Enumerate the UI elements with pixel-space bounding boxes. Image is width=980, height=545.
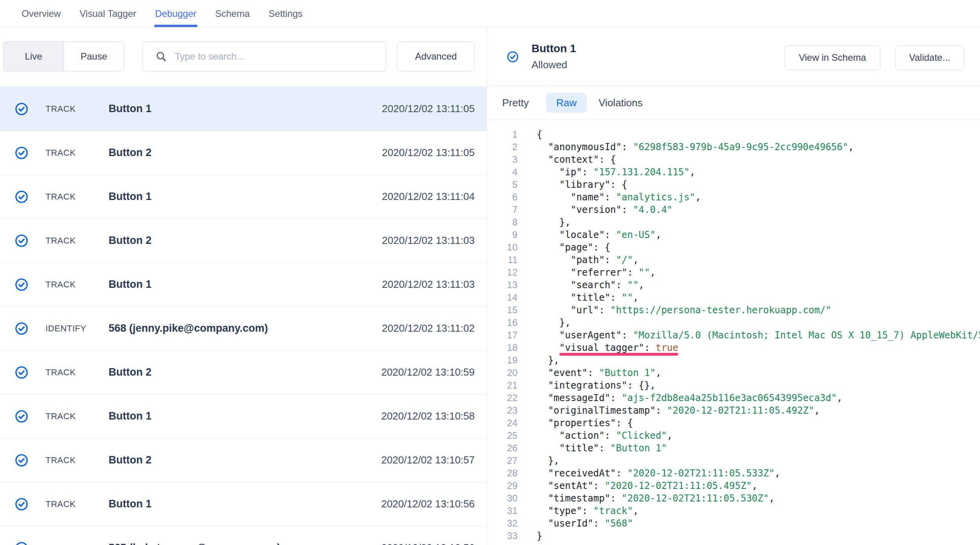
event-type-label: TRACK	[45, 131, 76, 174]
event-name: Button 1	[109, 394, 151, 438]
event-timestamp: 2020/12/02 13:11:04	[382, 175, 475, 218]
event-row[interactable]: TRACKButton 22020/12/02 13:11:05	[0, 131, 486, 175]
code-text: "userId": "568"	[537, 517, 633, 530]
nav-tab-settings[interactable]: Settings	[269, 0, 303, 27]
code-text: "userAgent": "Mozilla/5.0 (Macintosh; In…	[537, 329, 980, 342]
top-nav: OverviewVisual TaggerDebuggerSchemaSetti…	[0, 0, 980, 27]
code-line: 7 "version": "4.0.4"	[487, 203, 980, 216]
code-line: 3 "context": {	[487, 153, 980, 166]
event-name: Button 1	[109, 87, 151, 131]
event-name: 568 (jenny.pike@company.com)	[109, 307, 268, 350]
tab-violations[interactable]: Violations	[599, 85, 642, 120]
event-type-label: TRACK	[45, 394, 76, 438]
event-type-label: TRACK	[45, 438, 76, 482]
nav-tab-overview[interactable]: Overview	[22, 0, 61, 27]
advanced-button[interactable]: Advanced	[397, 41, 474, 72]
event-row[interactable]: TRACKButton 12020/12/02 13:10:58	[0, 394, 486, 438]
code-text: "path": "/",	[537, 254, 639, 266]
pause-button[interactable]: Pause	[64, 42, 124, 71]
line-number: 32	[487, 517, 517, 530]
event-timestamp: 2020/12/02 13:10:58	[381, 394, 475, 438]
event-row[interactable]: TRACKButton 12020/12/02 13:11:04	[0, 175, 486, 219]
line-number: 30	[487, 492, 517, 505]
check-circle-icon	[15, 278, 28, 291]
code-text: "event": "Button 1",	[537, 367, 661, 379]
code-text: "integrations": {},	[537, 379, 655, 392]
event-row[interactable]: TRACKButton 12020/12/02 13:10:56	[0, 482, 486, 526]
event-row[interactable]: TRACKButton 22020/12/02 13:11:03	[0, 219, 486, 263]
line-number: 1	[487, 128, 517, 141]
event-name: Button 2	[109, 219, 151, 262]
code-text: "referrer": "",	[537, 266, 655, 279]
line-number: 10	[487, 241, 517, 254]
code-text: }	[537, 530, 542, 542]
code-text: "anonymousId": "6298f583-979b-45a9-9c95-…	[537, 141, 854, 153]
line-number: 21	[487, 379, 517, 392]
line-number: 12	[487, 266, 517, 279]
event-timestamp: 2020/12/02 13:11:05	[382, 87, 475, 131]
code-text: "library": {	[537, 178, 627, 191]
view-in-schema-button[interactable]: View in Schema	[784, 45, 880, 70]
check-circle-icon	[15, 322, 28, 335]
event-name: Button 2	[109, 438, 151, 482]
event-detail-panel: Button 1 Allowed View in Schema Validate…	[487, 27, 980, 545]
code-line: 10 "page": {	[487, 241, 980, 254]
detail-header: Button 1 Allowed View in Schema Validate…	[487, 27, 980, 85]
check-circle-icon	[15, 234, 28, 247]
check-circle-icon	[15, 146, 28, 160]
event-name: 565 (hal.sturgeon@company.com)	[109, 526, 280, 545]
code-line: 11 "path": "/",	[487, 254, 980, 266]
check-circle-icon	[15, 541, 28, 545]
code-line: 30 "timestamp": "2020-12-02T21:11:05.530…	[487, 492, 980, 505]
line-number: 5	[487, 178, 517, 191]
event-row[interactable]: TRACKButton 12020/12/02 13:11:03	[0, 263, 486, 307]
code-text: "name": "analytics.js",	[537, 191, 701, 203]
tab-pretty[interactable]: Pretty	[502, 85, 529, 120]
code-line: 15 "url": "https://persona-tester.heroku…	[487, 304, 980, 316]
line-number: 17	[487, 329, 517, 342]
code-text: },	[537, 354, 559, 367]
live-button[interactable]: Live	[4, 42, 64, 71]
line-number: 29	[487, 480, 517, 492]
code-line: 4 "ip": "157.131.204.115",	[487, 166, 980, 178]
nav-tab-debugger[interactable]: Debugger	[155, 0, 196, 27]
code-line: 9 "locale": "en-US",	[487, 229, 980, 241]
code-line: 14 "title": "",	[487, 291, 980, 304]
event-type-label: TRACK	[45, 263, 76, 306]
status-badge: Allowed	[532, 59, 567, 71]
code-line: 32 "userId": "568"	[487, 517, 980, 530]
event-row[interactable]: IDENTIFY565 (hal.sturgeon@company.com)20…	[0, 526, 486, 545]
code-text: "messageId": "ajs-f2db8ea4a25b116e3ac065…	[537, 392, 842, 404]
raw-json-view[interactable]: 1{2 "anonymousId": "6298f583-979b-45a9-9…	[487, 120, 980, 545]
code-line: 22 "messageId": "ajs-f2db8ea4a25b116e3ac…	[487, 392, 980, 404]
search-input[interactable]	[174, 51, 386, 62]
check-circle-icon	[15, 190, 28, 203]
event-row[interactable]: IDENTIFY568 (jenny.pike@company.com)2020…	[0, 307, 486, 351]
tab-raw[interactable]: Raw	[546, 93, 587, 113]
line-number: 24	[487, 417, 517, 429]
code-text: "title": "Button 1"	[537, 442, 667, 454]
line-number: 20	[487, 367, 517, 379]
code-text: "action": "Clicked",	[537, 429, 673, 442]
line-number: 2	[487, 141, 517, 153]
event-row[interactable]: TRACKButton 12020/12/02 13:11:05	[0, 87, 486, 131]
line-number: 28	[487, 467, 517, 480]
event-row[interactable]: TRACKButton 22020/12/02 13:10:57	[0, 438, 486, 482]
line-number: 25	[487, 429, 517, 442]
code-line: 12 "referrer": "",	[487, 266, 980, 279]
code-text: },	[537, 316, 571, 329]
visual-tagger-highlight-underline	[559, 353, 678, 356]
code-line: 31 "type": "track",	[487, 505, 980, 517]
event-row[interactable]: TRACKButton 22020/12/02 13:10:59	[0, 351, 486, 394]
event-type-label: IDENTIFY	[45, 526, 86, 545]
event-timestamp: 2020/12/02 13:11:03	[382, 219, 475, 262]
validate-button[interactable]: Validate...	[895, 45, 964, 70]
check-circle-icon	[15, 102, 28, 116]
nav-tab-schema[interactable]: Schema	[215, 0, 250, 27]
search-icon	[155, 51, 167, 62]
event-timestamp: 2020/12/02 13:10:56	[381, 526, 475, 545]
code-line: 25 "action": "Clicked",	[487, 429, 980, 442]
code-line: 28 "receivedAt": "2020-12-02T21:11:05.53…	[487, 467, 980, 480]
nav-tab-visual-tagger[interactable]: Visual Tagger	[80, 0, 136, 27]
code-line: 26 "title": "Button 1"	[487, 442, 980, 454]
